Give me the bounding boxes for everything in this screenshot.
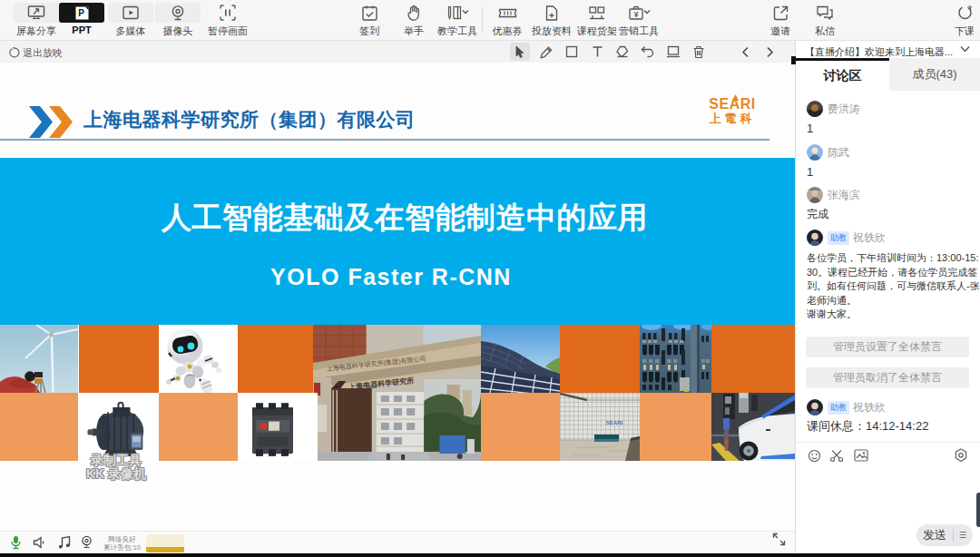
svg-text:P: P	[78, 8, 84, 18]
svg-text:SEARI: SEARI	[606, 420, 623, 425]
svg-text:¥: ¥	[634, 9, 639, 18]
